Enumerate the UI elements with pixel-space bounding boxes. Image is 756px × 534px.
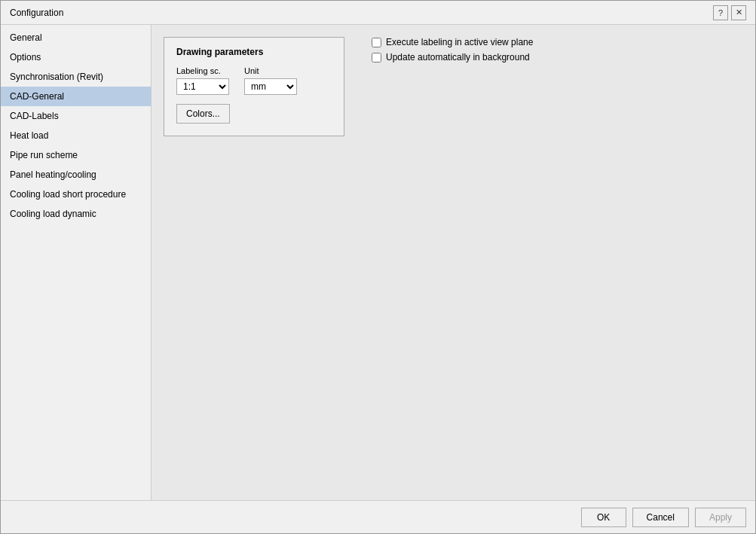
labeling-sc-group: Labeling sc. 1:1 1:2 1:5 1:10 1:20 1:50 … bbox=[176, 66, 229, 95]
sidebar-item-synchronisation[interactable]: Synchronisation (Revit) bbox=[1, 67, 151, 87]
sidebar-item-cooling-load-dynamic[interactable]: Cooling load dynamic bbox=[1, 204, 151, 224]
main-panel: Drawing parameters Labeling sc. 1:1 1:2 … bbox=[152, 25, 755, 500]
sidebar-item-general[interactable]: General bbox=[1, 28, 151, 47]
title-bar-controls: ? ✕ bbox=[713, 5, 746, 20]
dialog-title: Configuration bbox=[10, 8, 63, 18]
drawing-params-title: Drawing parameters bbox=[176, 47, 332, 57]
unit-label: Unit bbox=[244, 66, 297, 75]
checkboxes-area: Execute labeling in active view plane Up… bbox=[372, 37, 533, 63]
close-button[interactable]: ✕ bbox=[731, 5, 746, 20]
sidebar: GeneralOptionsSynchronisation (Revit)CAD… bbox=[1, 25, 152, 500]
title-bar: Configuration ? ✕ bbox=[1, 1, 755, 25]
labeling-sc-label: Labeling sc. bbox=[176, 66, 229, 75]
sidebar-item-options[interactable]: Options bbox=[1, 47, 151, 67]
sidebar-item-heat-load[interactable]: Heat load bbox=[1, 126, 151, 145]
help-button[interactable]: ? bbox=[713, 5, 728, 20]
params-row: Labeling sc. 1:1 1:2 1:5 1:10 1:20 1:50 … bbox=[176, 66, 332, 95]
colors-button[interactable]: Colors... bbox=[176, 104, 230, 124]
ok-button[interactable]: OK bbox=[581, 508, 626, 527]
drawing-params-box: Drawing parameters Labeling sc. 1:1 1:2 … bbox=[164, 37, 344, 136]
sidebar-item-cad-general[interactable]: CAD-General bbox=[1, 87, 151, 106]
sidebar-item-panel-heating-cooling[interactable]: Panel heating/cooling bbox=[1, 165, 151, 185]
execute-labeling-checkbox[interactable] bbox=[372, 38, 381, 47]
unit-select[interactable]: mm cm m bbox=[244, 78, 297, 95]
update-automatically-row[interactable]: Update automatically in background bbox=[372, 52, 533, 63]
sidebar-item-pipe-run-scheme[interactable]: Pipe run scheme bbox=[1, 145, 151, 165]
footer: OK Cancel Apply bbox=[1, 500, 755, 533]
content-area: GeneralOptionsSynchronisation (Revit)CAD… bbox=[1, 25, 755, 500]
cancel-button[interactable]: Cancel bbox=[632, 508, 689, 527]
execute-labeling-label: Execute labeling in active view plane bbox=[386, 37, 533, 47]
update-automatically-checkbox[interactable] bbox=[372, 53, 381, 63]
unit-group: Unit mm cm m bbox=[244, 66, 297, 95]
sidebar-item-cooling-load-short[interactable]: Cooling load short procedure bbox=[1, 185, 151, 204]
top-row: Drawing parameters Labeling sc. 1:1 1:2 … bbox=[164, 37, 743, 148]
execute-labeling-row[interactable]: Execute labeling in active view plane bbox=[372, 37, 533, 47]
sidebar-item-cad-labels[interactable]: CAD-Labels bbox=[1, 106, 151, 126]
labeling-sc-select[interactable]: 1:1 1:2 1:5 1:10 1:20 1:50 1:100 bbox=[176, 78, 229, 95]
update-automatically-label: Update automatically in background bbox=[386, 52, 530, 63]
dialog-window: Configuration ? ✕ GeneralOptionsSynchron… bbox=[0, 0, 756, 534]
apply-button[interactable]: Apply bbox=[695, 508, 746, 527]
